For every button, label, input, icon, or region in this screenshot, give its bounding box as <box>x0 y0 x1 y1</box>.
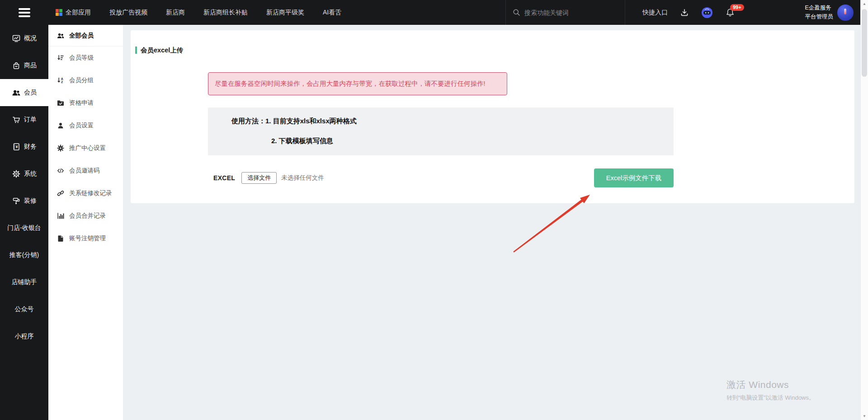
main-content: 会员excel上传 尽量在服务器空闲时间来操作，会占用大量内存与带宽，在获取过程… <box>123 25 868 420</box>
watermark-line-1: 激活 Windows <box>726 378 815 391</box>
sort-groups-icon: A Z <box>57 77 64 84</box>
company-name: E企盈服务 <box>805 4 834 12</box>
overview-icon <box>12 34 21 43</box>
robot-icon <box>701 7 713 19</box>
quick-entry-link[interactable]: 快捷入口 <box>642 9 668 17</box>
topbar-left: 全部应用 投放广告视频 新店商 新店商组长补贴 新店商平级奖 AI看舌 <box>0 0 505 25</box>
topbar-nav: 全部应用 投放广告视频 新店商 新店商组长补贴 新店商平级奖 AI看舌 <box>56 9 341 17</box>
ai-assistant-button[interactable] <box>701 7 713 19</box>
finance-icon: ¥ <box>12 142 21 151</box>
submenu-item-merge-log[interactable]: 会员合并记录 <box>48 205 123 227</box>
choose-file-button[interactable]: 选择文件 <box>241 172 277 184</box>
sidebar-item-store-cashier[interactable]: 门店-收银台 <box>0 215 48 242</box>
topbar-right: 快捷入口 <box>625 0 868 25</box>
scrollbar-up-arrow[interactable]: ▲ <box>861 2 868 6</box>
search-icon <box>513 9 520 16</box>
excel-upload-card: 会员excel上传 尽量在服务器空闲时间来操作，会占用大量内存与带宽，在获取过程… <box>131 30 854 203</box>
submenu-item-all-members[interactable]: 全部会员 <box>48 25 123 47</box>
avatar[interactable] <box>837 5 854 21</box>
hamburger-menu-button[interactable] <box>0 0 48 25</box>
renovation-icon <box>12 196 21 205</box>
goods-icon <box>12 61 21 70</box>
submenu-item-relation-log[interactable]: 关系链修改记录 <box>48 182 123 205</box>
members-submenu: 全部会员 会员等级 A Z 会员分组 资格申请 <box>48 25 123 420</box>
link-icon <box>57 190 64 197</box>
code-icon <box>57 167 64 174</box>
search-box <box>505 0 625 25</box>
usage-line-1: 使用方法：1. 目前支持xls和xlsx两种格式 <box>231 117 357 126</box>
folder-check-icon <box>57 99 64 107</box>
download-icon <box>680 8 689 17</box>
excel-file-row: EXCEL 选择文件 未选择任何文件 <box>213 172 324 184</box>
sidebar-item-mini-program[interactable]: 小程序 <box>0 323 48 350</box>
role-name: 平台管理员 <box>805 13 834 21</box>
users-icon <box>57 32 64 39</box>
sidebar-item-finance[interactable]: ¥ 财务 <box>0 133 48 160</box>
sidebar-item-renovation[interactable]: 装修 <box>0 187 48 215</box>
submenu-item-account-cancellation[interactable]: 账号注销管理 <box>48 227 123 250</box>
svg-text:Z: Z <box>61 80 63 84</box>
all-apps-label: 全部应用 <box>66 9 91 17</box>
page-scrollbar[interactable]: ▲ ▼ <box>860 0 868 420</box>
nav-item-new-shop[interactable]: 新店商 <box>166 9 185 17</box>
nav-item-ai-tongue[interactable]: AI看舌 <box>323 9 341 17</box>
chart-icon <box>57 212 64 219</box>
warning-text: 尽量在服务器空闲时间来操作，会占用大量内存与带宽，在获取过程中，请不要进行任何操… <box>215 79 486 88</box>
scrollbar-down-arrow[interactable]: ▼ <box>861 414 868 418</box>
gear-icon <box>57 145 64 152</box>
excel-label: EXCEL <box>213 174 235 182</box>
svg-text:A: A <box>61 77 63 80</box>
submenu-item-qualification[interactable]: 资格申请 <box>48 92 123 114</box>
download-center-button[interactable] <box>680 8 689 17</box>
svg-text:¥: ¥ <box>15 145 18 149</box>
usage-line-2: 2. 下载模板填写信息 <box>271 137 333 145</box>
member-icon <box>57 122 64 129</box>
sort-levels-icon <box>57 54 64 61</box>
sidebar-item-members[interactable]: 会员 <box>0 79 48 106</box>
usage-box: 使用方法：1. 目前支持xls和xlsx两种格式 2. 下载模板填写信息 <box>208 107 674 155</box>
app-window: 全部应用 投放广告视频 新店商 新店商组长补贴 新店商平级奖 AI看舌 快捷入口 <box>0 0 868 420</box>
sidebar-item-goods[interactable]: 商品 <box>0 52 48 79</box>
apps-grid-icon <box>56 9 62 16</box>
sidebar-item-official-account[interactable]: 公众号 <box>0 296 48 323</box>
submenu-item-member-groups[interactable]: A Z 会员分组 <box>48 69 123 92</box>
user-menu[interactable]: E企盈服务 平台管理员 <box>805 4 854 21</box>
sidebar-item-shop-assistant[interactable]: 店铺助手 <box>0 269 48 296</box>
scrollbar-thumb[interactable] <box>862 9 867 77</box>
nav-item-peer-award[interactable]: 新店商平级奖 <box>266 9 304 17</box>
warning-banner: 尽量在服务器空闲时间来操作，会占用大量内存与带宽，在获取过程中，请不要进行任何操… <box>208 72 507 95</box>
title-accent-bar <box>135 47 137 54</box>
nav-item-ad-video[interactable]: 投放广告视频 <box>109 9 147 17</box>
orders-icon <box>12 115 21 124</box>
search-input[interactable] <box>524 9 615 16</box>
all-apps-button[interactable]: 全部应用 <box>56 9 91 17</box>
submenu-item-promotion-settings[interactable]: 推广中心设置 <box>48 137 123 159</box>
file-status-text: 未选择任何文件 <box>281 174 324 182</box>
file-icon <box>57 235 64 242</box>
members-icon <box>12 88 21 97</box>
topbar: 全部应用 投放广告视频 新店商 新店商组长补贴 新店商平级奖 AI看舌 快捷入口 <box>0 0 868 25</box>
windows-watermark: 激活 Windows 转到“电脑设置”以激活 Windows。 <box>726 378 815 402</box>
primary-sidebar: 概况 商品 会员 订单 <box>0 25 48 420</box>
hamburger-icon <box>19 8 30 10</box>
submenu-item-invite-code[interactable]: 会员邀请码 <box>48 159 123 182</box>
nav-item-leader-subsidy[interactable]: 新店商组长补贴 <box>203 9 248 17</box>
sidebar-item-orders[interactable]: 订单 <box>0 106 48 133</box>
notifications-button[interactable]: 99+ <box>725 8 735 18</box>
download-sample-button[interactable]: Excel示例文件下载 <box>594 168 674 187</box>
page-title: 会员excel上传 <box>141 46 183 55</box>
system-icon <box>12 169 21 178</box>
watermark-line-2: 转到“电脑设置”以激活 Windows。 <box>726 394 815 402</box>
notification-badge: 99+ <box>730 4 744 11</box>
submenu-item-member-settings[interactable]: 会员设置 <box>48 114 123 137</box>
sidebar-item-distribution[interactable]: 推客(分销) <box>0 242 48 269</box>
sidebar-item-system[interactable]: 系统 <box>0 160 48 187</box>
submenu-item-member-levels[interactable]: 会员等级 <box>48 47 123 69</box>
sidebar-item-overview[interactable]: 概况 <box>0 25 48 52</box>
